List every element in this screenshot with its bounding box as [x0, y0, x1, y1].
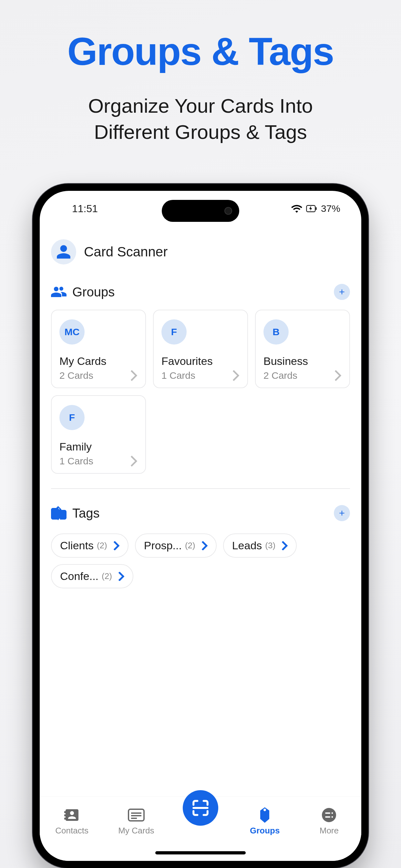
chevron-right-icon — [202, 541, 208, 550]
group-card-mycards[interactable]: MC My Cards 2 Cards — [51, 310, 146, 388]
tag-count: (2) — [185, 540, 195, 551]
tag-name: Prosp... — [144, 539, 182, 552]
group-card-favourites[interactable]: F Favourites 1 Cards — [153, 310, 248, 388]
group-name: My Cards — [59, 355, 137, 368]
phone-frame: 11:51 37% Card Scanner Groups — [33, 184, 368, 868]
app-header: Card Scanner — [51, 233, 350, 277]
nav-label: Groups — [250, 826, 280, 836]
app-title: Card Scanner — [84, 244, 167, 259]
groups-icon — [51, 285, 66, 299]
group-badge: F — [59, 405, 85, 430]
chevron-right-icon — [282, 541, 288, 550]
nav-label: My Cards — [118, 826, 154, 836]
camera-dot — [224, 207, 232, 215]
tag-count: (2) — [102, 571, 112, 581]
tag-chip-clients[interactable]: Clients (2) — [51, 533, 128, 558]
contacts-icon — [64, 807, 80, 823]
group-name: Favourites — [161, 355, 240, 368]
promo-subtitle: Organize Your Cards Into Different Group… — [88, 93, 313, 145]
tag-chip-prospects[interactable]: Prosp... (2) — [135, 533, 217, 558]
svg-rect-7 — [325, 812, 330, 814]
tag-chip-leads[interactable]: Leads (3) — [223, 533, 297, 558]
scan-button[interactable] — [183, 790, 218, 826]
groups-title: Groups — [72, 285, 115, 299]
plus-icon — [338, 288, 346, 296]
nav-label: Contacts — [55, 826, 89, 836]
group-count: 2 Cards — [59, 370, 93, 381]
svg-point-6 — [322, 808, 336, 822]
person-icon — [56, 244, 72, 260]
app-content: Card Scanner Groups MC My Cards 2 Card — [40, 233, 361, 861]
group-count: 2 Cards — [264, 370, 297, 381]
add-group-button[interactable] — [334, 284, 350, 300]
group-badge: F — [161, 319, 187, 345]
plus-icon — [338, 509, 346, 517]
dynamic-island — [162, 200, 239, 222]
battery-icon — [306, 205, 317, 213]
wifi-icon — [291, 205, 302, 213]
chevron-right-icon — [335, 370, 342, 381]
tags-icon — [51, 506, 66, 520]
promo-subtitle-line1: Organize Your Cards Into — [88, 93, 313, 119]
tags-section-header: Tags — [51, 499, 350, 528]
cards-icon — [128, 809, 145, 822]
status-indicators: 37% — [291, 203, 340, 214]
nav-contacts[interactable]: Contacts — [48, 806, 96, 836]
group-badge: B — [264, 319, 289, 345]
chevron-right-icon — [130, 370, 137, 381]
group-count: 1 Cards — [59, 456, 93, 467]
nav-mycards[interactable]: My Cards — [112, 806, 160, 836]
svg-rect-9 — [325, 816, 330, 817]
groups-grid: MC My Cards 2 Cards F Favourites 1 Cards — [51, 310, 350, 474]
status-time: 11:51 — [72, 203, 98, 215]
groups-section-header: Groups — [51, 277, 350, 306]
tag-count: (3) — [265, 540, 275, 551]
divider — [51, 488, 350, 489]
chevron-right-icon — [119, 572, 124, 581]
svg-rect-1 — [316, 207, 317, 210]
chevron-right-icon — [130, 456, 137, 467]
group-name: Family — [59, 440, 137, 453]
promo-subtitle-line2: Different Groups & Tags — [88, 119, 313, 145]
chevron-right-icon — [114, 541, 120, 550]
tag-name: Clients — [60, 539, 94, 552]
tag-count: (2) — [97, 540, 107, 551]
battery-percent: 37% — [321, 203, 340, 214]
avatar[interactable] — [51, 239, 76, 265]
group-count: 1 Cards — [161, 370, 195, 381]
more-icon — [321, 807, 337, 823]
scan-icon — [191, 799, 210, 817]
tags-title: Tags — [72, 506, 100, 521]
phone-screen: 11:51 37% Card Scanner Groups — [40, 191, 361, 861]
nav-groups[interactable]: Groups — [241, 806, 289, 836]
nav-more[interactable]: More — [305, 806, 353, 836]
tag-name: Leads — [232, 539, 262, 552]
nav-label: More — [320, 826, 339, 836]
group-card-family[interactable]: F Family 1 Cards — [51, 395, 146, 474]
chevron-right-icon — [233, 370, 240, 381]
tag-name: Confe... — [60, 570, 98, 583]
group-card-business[interactable]: B Business 2 Cards — [255, 310, 350, 388]
nav-scan[interactable] — [176, 806, 225, 826]
promo-title: Groups & Tags — [67, 29, 334, 73]
home-indicator[interactable] — [155, 851, 246, 855]
add-tag-button[interactable] — [334, 505, 350, 521]
tags-row: Clients (2) Prosp... (2) Leads (3) Confe… — [51, 533, 350, 588]
tag-chip-conference[interactable]: Confe... (2) — [51, 564, 133, 588]
groups-nav-icon — [258, 807, 272, 823]
svg-point-10 — [332, 816, 333, 818]
group-name: Business — [264, 355, 342, 368]
group-badge: MC — [59, 319, 85, 345]
svg-point-8 — [332, 812, 333, 814]
